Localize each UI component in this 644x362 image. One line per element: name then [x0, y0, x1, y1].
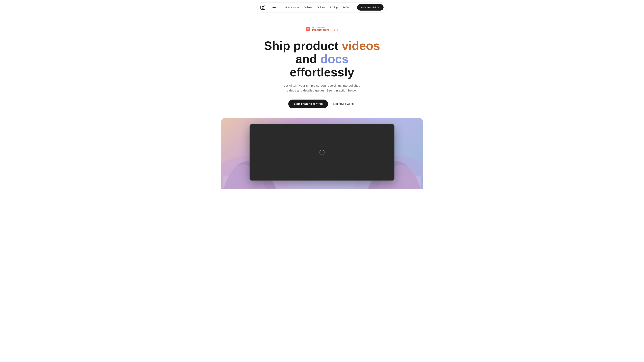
nav-item-videos[interactable]: Videos [302, 5, 314, 10]
logo[interactable]: trupeer [260, 5, 277, 10]
vote-number: 813 [334, 29, 338, 32]
heading-part1: Ship product [264, 39, 342, 52]
nav-item-pricing[interactable]: Pricing [328, 5, 340, 10]
nav-links: How it works Videos Guides Pricing FAQs [283, 6, 351, 9]
svg-rect-3 [263, 7, 264, 8]
heading-part2: and [296, 52, 320, 66]
start-free-trial-button[interactable]: Start free trial → [357, 4, 384, 10]
arrow-icon: → [377, 6, 380, 9]
svg-rect-0 [262, 6, 263, 7]
start-creating-button[interactable]: Start creating for free [288, 99, 328, 108]
heading-docs: docs [320, 52, 348, 66]
logo-text: trupeer [266, 6, 277, 9]
upvote-arrow-icon: ▲ [335, 26, 337, 29]
product-hunt-logo: P [306, 27, 310, 31]
hero-subtext: Let AI turn your simple screen recording… [282, 83, 362, 93]
video-background [221, 118, 422, 189]
vote-count: ▲ 813 [334, 26, 338, 32]
see-how-it-works-button[interactable]: See how it works [332, 99, 356, 108]
heading-line2: effortlessly [290, 65, 354, 79]
navbar: trupeer How it works Videos Guides Prici… [0, 0, 644, 15]
logo-icon [260, 5, 265, 10]
hero-heading: Ship product videos and docseffortlessly [259, 39, 385, 79]
heading-videos: videos [342, 39, 380, 52]
video-player[interactable] [250, 124, 394, 181]
product-hunt-badge[interactable]: P FEATURED ON Product Hunt ▲ 813 [303, 25, 341, 33]
product-hunt-name: Product Hunt [312, 28, 329, 31]
svg-rect-1 [263, 6, 264, 7]
product-hunt-text: FEATURED ON Product Hunt [312, 27, 329, 31]
nav-item-how-it-works[interactable]: How it works [283, 5, 301, 10]
hero-section: P FEATURED ON Product Hunt ▲ 813 Ship pr… [0, 15, 644, 195]
loading-spinner [319, 150, 325, 155]
svg-rect-2 [262, 7, 263, 8]
nav-item-guides[interactable]: Guides [315, 5, 327, 10]
nav-item-faqs[interactable]: FAQs [340, 5, 351, 10]
badge-divider [332, 27, 332, 31]
featured-on-label: FEATURED ON [312, 27, 325, 28]
cta-group: Start creating for free See how it works [288, 99, 356, 108]
video-section [221, 118, 422, 189]
